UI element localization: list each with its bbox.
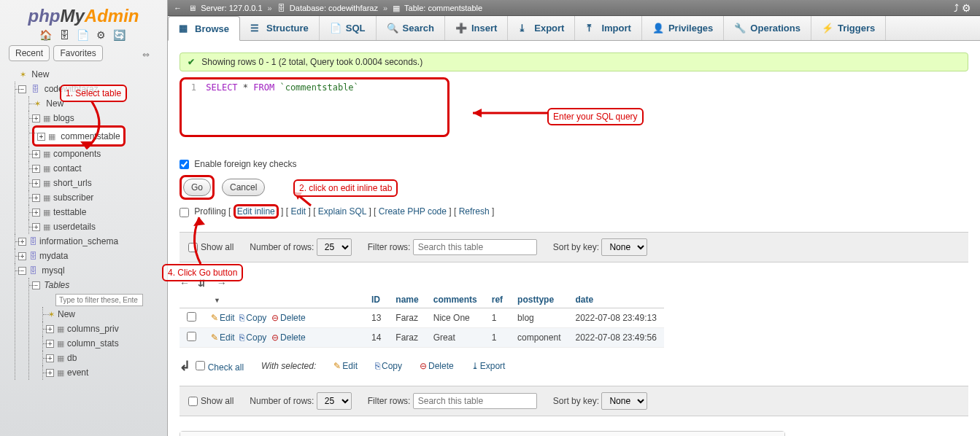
db-codewithfaraz[interactable]: codewithfaraz xyxy=(45,84,99,94)
tree-table-event[interactable]: event xyxy=(67,367,88,378)
expander-icon[interactable]: + xyxy=(46,325,54,333)
db-icon[interactable]: 🗄 xyxy=(59,29,72,41)
expander-icon[interactable]: + xyxy=(32,165,40,173)
foreign-keys-checkbox[interactable] xyxy=(180,160,189,169)
bulk-export-link[interactable]: ⤓Export xyxy=(471,361,506,371)
collapse-icon[interactable]: ⇔ xyxy=(142,50,150,60)
nav-left-icon[interactable]: ← xyxy=(174,4,182,12)
tree-filter-input[interactable] xyxy=(55,294,143,306)
settings-icon[interactable]: ⚙ xyxy=(96,29,108,41)
create-php-link[interactable]: Create PHP code xyxy=(379,206,447,217)
sort-select[interactable]: None xyxy=(601,392,647,410)
new-table-link[interactable]: New xyxy=(58,309,75,319)
expander-icon[interactable]: + xyxy=(32,209,40,217)
db-mysql[interactable]: mysql xyxy=(42,265,64,276)
tree-table-commentstable[interactable]: commentstable xyxy=(61,131,120,141)
recent-tab[interactable]: Recent xyxy=(9,45,50,61)
explain-sql-link[interactable]: Explain SQL xyxy=(318,206,366,217)
tab-operations[interactable]: 🔧Operations xyxy=(724,16,811,40)
filter-input[interactable] xyxy=(413,393,537,409)
col-ref[interactable]: ref xyxy=(485,292,510,308)
bulk-copy-link[interactable]: ⎘Copy xyxy=(375,361,402,371)
col-name[interactable]: name xyxy=(388,292,425,308)
sql-editor[interactable]: 1 SELECT * FROM `commentstable` xyxy=(180,77,450,137)
bc-server-link[interactable]: 127.0.0.1 xyxy=(229,4,263,12)
expander-icon[interactable]: + xyxy=(46,354,54,362)
db-mydata[interactable]: mydata xyxy=(39,251,68,261)
tree-table-components[interactable]: components xyxy=(53,149,101,159)
sort-arrow-vert-icon[interactable]: ⇵ xyxy=(198,277,214,289)
tab-triggers[interactable]: ⚡Triggers xyxy=(811,16,886,40)
tab-browse[interactable]: ▦Browse xyxy=(168,16,240,41)
refresh-link[interactable]: Refresh xyxy=(459,206,490,217)
page-up-icon[interactable]: ⤴ xyxy=(954,0,959,16)
edit-link[interactable]: Edit xyxy=(290,206,306,217)
tree-table-db[interactable]: db xyxy=(67,353,77,363)
expander-icon[interactable]: − xyxy=(32,281,40,289)
expander-icon[interactable]: − xyxy=(18,267,26,275)
db-information-schema[interactable]: information_schema xyxy=(39,236,118,246)
expander-icon[interactable]: + xyxy=(32,179,40,187)
home-icon[interactable]: 🏠 xyxy=(39,29,54,41)
tree-table-column-stats[interactable]: column_stats xyxy=(67,338,119,349)
expander-icon[interactable]: + xyxy=(46,369,54,377)
tree-table-subscriber[interactable]: subscriber xyxy=(53,192,93,203)
check-all-link[interactable]: Check all xyxy=(208,362,244,373)
row-edit-link[interactable]: ✎Edit xyxy=(211,313,235,323)
expander-icon[interactable]: − xyxy=(18,85,26,93)
expander-icon[interactable]: + xyxy=(32,150,40,158)
expander-icon[interactable]: + xyxy=(32,223,40,231)
tables-group[interactable]: Tables xyxy=(44,280,69,290)
tree-table-userdetails[interactable]: userdetails xyxy=(53,222,96,232)
expander-icon[interactable]: + xyxy=(46,340,54,348)
sort-arrow-right-icon[interactable]: → xyxy=(217,277,233,289)
sort-select[interactable]: None xyxy=(601,238,647,256)
column-menu-icon[interactable]: ▼ xyxy=(214,297,220,304)
expander-icon[interactable]: + xyxy=(32,114,40,122)
sort-arrow-left-icon[interactable]: ← xyxy=(180,277,196,289)
filter-input[interactable] xyxy=(413,239,537,255)
tree-table-testtable[interactable]: testtable xyxy=(53,207,86,217)
bc-db-link[interactable]: codewithfaraz xyxy=(328,4,378,12)
row-edit-link[interactable]: ✎Edit xyxy=(211,332,235,343)
tree-table-short-urls[interactable]: short_urls xyxy=(53,178,92,188)
cancel-button[interactable]: Cancel xyxy=(222,179,265,196)
tree-table-blogs[interactable]: blogs xyxy=(53,113,74,123)
bc-table-link[interactable]: commentstable xyxy=(428,4,482,12)
tree-table-columns-priv[interactable]: columns_priv xyxy=(67,324,119,334)
doc-icon[interactable]: 📄 xyxy=(77,29,91,41)
tab-insert[interactable]: ➕Insert xyxy=(445,16,508,40)
row-copy-link[interactable]: ⎘Copy xyxy=(239,313,266,323)
new-table-link[interactable]: New xyxy=(46,98,63,109)
new-db-link[interactable]: New xyxy=(31,69,49,79)
bulk-edit-link[interactable]: ✎Edit xyxy=(333,361,358,371)
col-id[interactable]: ID xyxy=(364,292,388,308)
row-checkbox[interactable] xyxy=(187,332,196,341)
check-all-checkbox[interactable] xyxy=(196,361,205,370)
logo[interactable]: phpMyAdmin xyxy=(0,0,167,29)
go-button[interactable]: Go xyxy=(183,179,211,196)
col-posttype[interactable]: posttype xyxy=(510,292,568,308)
tab-search[interactable]: 🔍Search xyxy=(377,16,445,40)
expander-icon[interactable]: + xyxy=(18,252,26,260)
tab-privileges[interactable]: 👤Privileges xyxy=(642,16,724,40)
tab-structure[interactable]: ☰Structure xyxy=(240,16,320,40)
bulk-delete-link[interactable]: ⊖Delete xyxy=(420,361,454,371)
expander-icon[interactable]: + xyxy=(18,238,26,246)
num-rows-select[interactable]: 25 xyxy=(317,392,352,410)
profiling-checkbox[interactable] xyxy=(180,208,189,217)
edit-inline-link[interactable]: Edit inline xyxy=(237,206,275,217)
col-date[interactable]: date xyxy=(568,292,663,308)
tab-sql[interactable]: 📄SQL xyxy=(320,16,377,40)
tab-import[interactable]: ⤒Import xyxy=(575,16,641,40)
tree-table-contact[interactable]: contact xyxy=(53,163,82,174)
show-all-checkbox[interactable] xyxy=(188,243,198,252)
tab-export[interactable]: ⤓Export xyxy=(508,16,575,40)
row-delete-link[interactable]: ⊖Delete xyxy=(271,332,306,343)
row-checkbox[interactable] xyxy=(187,312,196,322)
expander-icon[interactable]: + xyxy=(32,194,40,202)
favorites-tab[interactable]: Favorites xyxy=(53,45,102,61)
col-comments[interactable]: comments xyxy=(426,292,485,308)
show-all-checkbox[interactable] xyxy=(188,397,198,406)
expander-icon[interactable]: + xyxy=(37,133,45,141)
